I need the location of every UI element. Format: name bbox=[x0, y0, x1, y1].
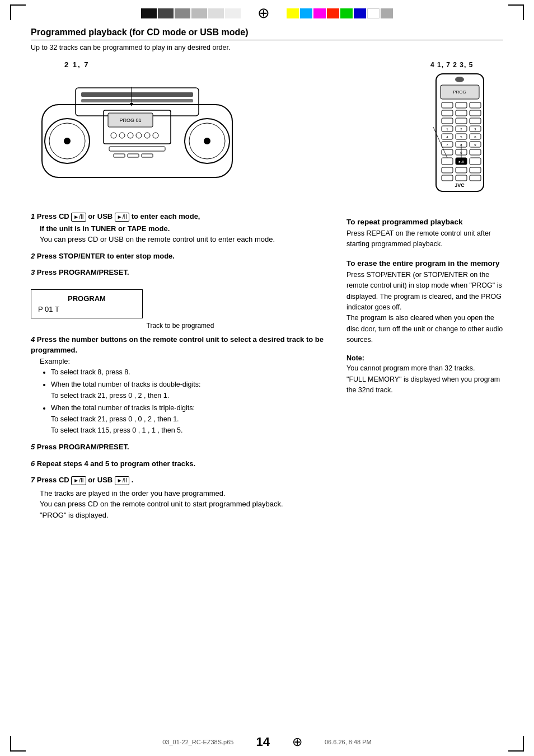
cd-player-diagram: PROG 01 bbox=[31, 71, 243, 194]
color-bars-right bbox=[287, 8, 393, 18]
svg-text:5: 5 bbox=[460, 135, 462, 139]
page-subtitle: Up to 32 tracks can be programmed to pla… bbox=[31, 44, 503, 51]
svg-rect-63 bbox=[442, 167, 453, 173]
section-repeat: To repeat programmed playback Press REPE… bbox=[346, 218, 503, 250]
svg-point-13 bbox=[111, 133, 116, 138]
svg-rect-67 bbox=[456, 175, 467, 181]
svg-rect-55 bbox=[442, 149, 453, 155]
svg-rect-20 bbox=[114, 154, 125, 157]
svg-rect-35 bbox=[456, 118, 467, 124]
svg-text:PROG: PROG bbox=[453, 90, 466, 95]
program-display-box: PROGRAM P 01 T bbox=[31, 289, 143, 318]
svg-point-6 bbox=[64, 138, 71, 144]
svg-rect-58 bbox=[470, 149, 481, 155]
play-symbol-1: ►/II bbox=[71, 213, 86, 222]
svg-text:9: 9 bbox=[474, 143, 476, 147]
svg-rect-2 bbox=[81, 92, 193, 97]
step-3: 3 Press PROGRAM/PRESET. bbox=[31, 267, 330, 278]
svg-text:2: 2 bbox=[460, 128, 462, 131]
svg-text:7: 7 bbox=[446, 143, 448, 147]
svg-rect-64 bbox=[456, 167, 467, 173]
svg-point-15 bbox=[128, 133, 133, 138]
svg-rect-29 bbox=[456, 102, 467, 108]
color-bars-left bbox=[141, 8, 241, 18]
svg-point-18 bbox=[153, 133, 158, 138]
step-6: 6 Repeat steps 4 and 5 to program other … bbox=[31, 458, 330, 469]
step-4: 4 Press the number buttons on the remote… bbox=[31, 334, 330, 436]
svg-text:1: 1 bbox=[446, 128, 448, 131]
svg-point-16 bbox=[136, 133, 142, 138]
svg-rect-59 bbox=[442, 158, 453, 165]
page-title: Programmed playback (for CD mode or USB … bbox=[31, 27, 503, 40]
svg-rect-3 bbox=[81, 99, 193, 102]
corner-tl bbox=[10, 4, 26, 20]
footer-right: 06.6.26, 8:48 PM bbox=[325, 739, 372, 745]
play-symbol-3: ►/II bbox=[71, 476, 86, 485]
svg-rect-62 bbox=[470, 158, 481, 165]
svg-rect-33 bbox=[470, 110, 481, 116]
device-label-right: 4 1, 7 2 3, 5 bbox=[430, 61, 473, 69]
registration-mark-bottom: ⊕ bbox=[292, 735, 302, 749]
svg-text:PROG 01: PROG 01 bbox=[119, 118, 141, 123]
svg-rect-36 bbox=[470, 118, 481, 124]
svg-text:►/II: ►/II bbox=[458, 160, 465, 163]
section-note: Note: You cannot program more than 32 tr… bbox=[346, 354, 503, 396]
svg-point-9 bbox=[204, 138, 210, 144]
svg-rect-34 bbox=[442, 118, 453, 124]
svg-rect-28 bbox=[442, 102, 453, 108]
section-erase: To erase the entire program in the memor… bbox=[346, 259, 503, 346]
corner-tr bbox=[508, 4, 524, 20]
step-1: 1 Press CD ►/II or USB ►/II to enter eac… bbox=[31, 211, 330, 245]
svg-text:JVC: JVC bbox=[455, 182, 465, 188]
remote-diagram: PROG 1 2 3 bbox=[430, 71, 492, 200]
svg-point-14 bbox=[119, 133, 125, 138]
play-symbol-2: ►/II bbox=[115, 213, 129, 222]
svg-point-17 bbox=[144, 133, 150, 138]
step-2: 2 Press STOP/ENTER to enter stop mode. bbox=[31, 251, 330, 262]
svg-rect-68 bbox=[470, 175, 481, 181]
svg-point-25 bbox=[455, 77, 464, 82]
svg-rect-22 bbox=[142, 154, 153, 157]
step-5: 5 Press PROGRAM/PRESET. bbox=[31, 442, 330, 453]
svg-rect-32 bbox=[456, 110, 467, 116]
svg-rect-30 bbox=[470, 102, 481, 108]
play-symbol-4: ►/II bbox=[115, 476, 129, 485]
device-label-left: 2 1, 7 bbox=[64, 60, 90, 69]
corner-br bbox=[508, 736, 524, 752]
svg-rect-66 bbox=[442, 175, 453, 181]
step-7: 7 Press CD ►/II or USB ►/II . The tracks… bbox=[31, 475, 330, 520]
svg-text:4: 4 bbox=[446, 135, 448, 139]
page-number: 14 bbox=[256, 735, 269, 749]
corner-bl bbox=[10, 736, 26, 752]
track-label: Track to be programed bbox=[31, 322, 330, 330]
registration-mark-top: ⊕ bbox=[257, 4, 270, 22]
svg-rect-19 bbox=[109, 147, 165, 151]
svg-rect-65 bbox=[470, 167, 481, 173]
svg-rect-21 bbox=[128, 154, 139, 157]
svg-text:6: 6 bbox=[474, 135, 476, 139]
svg-rect-31 bbox=[442, 110, 453, 116]
svg-text:3: 3 bbox=[474, 128, 476, 131]
footer-left: 03_01-22_RC-EZ38S.p65 bbox=[162, 739, 233, 745]
